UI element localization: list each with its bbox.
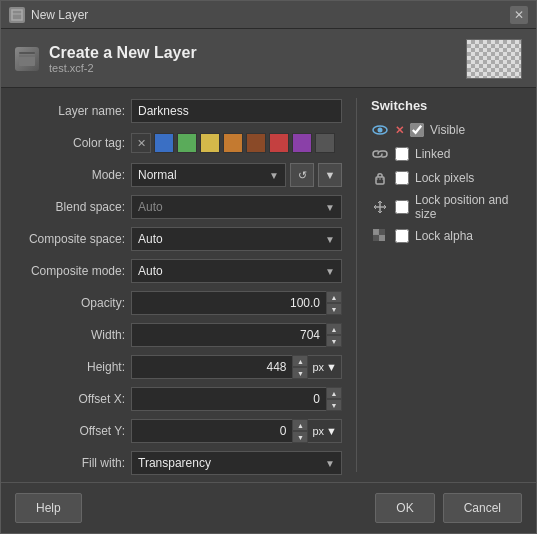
cancel-button[interactable]: Cancel — [443, 493, 522, 523]
help-button[interactable]: Help — [15, 493, 82, 523]
lock-pixels-checkbox[interactable] — [395, 171, 409, 185]
eye-icon — [371, 121, 389, 139]
create-new-layer-dialog: New Layer ✕ Create a New Layer test.xcf-… — [0, 0, 537, 534]
width-decrement[interactable]: ▼ — [326, 335, 342, 347]
offset-x-spinner-buttons: ▲ ▼ — [326, 387, 342, 411]
switches-title: Switches — [371, 98, 522, 113]
lock-position-checkbox[interactable] — [395, 200, 409, 214]
height-input[interactable] — [131, 355, 292, 379]
mode-reset-button[interactable]: ↺ — [290, 163, 314, 187]
offset-y-spinner-buttons: ▲ ▼ — [292, 419, 308, 443]
linked-label: Linked — [415, 147, 450, 161]
color-swatches: ✕ — [131, 133, 342, 153]
mode-control: Normal ▼ ↺ ▼ — [131, 163, 342, 187]
swatch-blue[interactable] — [154, 133, 174, 153]
title-bar: New Layer ✕ — [1, 1, 536, 29]
lock-alpha-label: Lock alpha — [415, 229, 473, 243]
layer-name-input[interactable] — [131, 99, 342, 123]
mode-dropdown[interactable]: Normal ▼ — [131, 163, 286, 187]
svg-rect-23 — [373, 235, 379, 241]
width-increment[interactable]: ▲ — [326, 323, 342, 335]
opacity-input[interactable] — [131, 291, 326, 315]
composite-space-dropdown[interactable]: Auto ▼ — [131, 227, 342, 251]
mode-row: Mode: Normal ▼ ↺ ▼ — [15, 162, 342, 188]
height-decrement[interactable]: ▼ — [292, 367, 308, 379]
action-buttons: OK Cancel — [375, 493, 522, 523]
switch-linked: Linked — [371, 145, 522, 163]
mode-extra-button[interactable]: ▼ — [318, 163, 342, 187]
switch-visible: ✕ Visible — [371, 121, 522, 139]
color-tag-row: Color tag: ✕ — [15, 130, 342, 156]
svg-rect-25 — [374, 230, 378, 234]
fill-with-control: Transparency ▼ — [131, 451, 342, 475]
height-unit-dropdown[interactable]: px ▼ — [308, 355, 342, 379]
width-input[interactable] — [131, 323, 326, 347]
swatch-yellow[interactable] — [200, 133, 220, 153]
svg-point-8 — [376, 178, 378, 180]
opacity-control: ▲ ▼ — [131, 291, 342, 315]
swatch-brown[interactable] — [246, 133, 266, 153]
ok-button[interactable]: OK — [375, 493, 434, 523]
offset-y-increment[interactable]: ▲ — [292, 419, 308, 431]
width-label: Width: — [15, 328, 125, 342]
offset-y-input[interactable] — [131, 419, 292, 443]
fill-with-label: Fill with: — [15, 456, 125, 470]
offset-y-unit-dropdown[interactable]: px ▼ — [308, 419, 342, 443]
mode-dropdown-arrow: ▼ — [269, 170, 279, 181]
fill-with-row: Fill with: Transparency ▼ — [15, 450, 342, 476]
height-spinner: ▲ ▼ — [131, 355, 308, 379]
opacity-increment[interactable]: ▲ — [326, 291, 342, 303]
offset-y-decrement[interactable]: ▼ — [292, 431, 308, 443]
svg-rect-3 — [19, 52, 35, 54]
offset-x-control: ▲ ▼ — [131, 387, 342, 411]
blend-space-dropdown[interactable]: Auto ▼ — [131, 195, 342, 219]
linked-checkbox[interactable] — [395, 147, 409, 161]
width-spinner: ▲ ▼ — [131, 323, 342, 347]
svg-point-10 — [382, 178, 384, 180]
fill-with-dropdown[interactable]: Transparency ▼ — [131, 451, 342, 475]
lock-position-icon — [371, 198, 389, 216]
opacity-row: Opacity: ▲ ▼ — [15, 290, 342, 316]
layer-name-label: Layer name: — [15, 104, 125, 118]
switch-lock-position: Lock position and size — [371, 193, 522, 221]
blend-space-row: Blend space: Auto ▼ — [15, 194, 342, 220]
close-button[interactable]: ✕ — [510, 6, 528, 24]
composite-mode-arrow: ▼ — [325, 266, 335, 277]
lock-alpha-icon — [371, 227, 389, 245]
visible-x-mark: ✕ — [395, 124, 404, 137]
title-text: New Layer — [31, 8, 88, 22]
lock-alpha-checkbox[interactable] — [395, 229, 409, 243]
lock-position-label: Lock position and size — [415, 193, 522, 221]
fill-with-value: Transparency — [138, 456, 211, 470]
height-increment[interactable]: ▲ — [292, 355, 308, 367]
header-main-title: Create a New Layer — [49, 44, 197, 62]
composite-mode-control: Auto ▼ — [131, 259, 342, 283]
offset-x-decrement[interactable]: ▼ — [326, 399, 342, 411]
offset-x-increment[interactable]: ▲ — [326, 387, 342, 399]
dialog-header: Create a New Layer test.xcf-2 — [1, 29, 536, 88]
composite-mode-row: Composite mode: Auto ▼ — [15, 258, 342, 284]
swatch-gray[interactable] — [315, 133, 335, 153]
composite-mode-label: Composite mode: — [15, 264, 125, 278]
header-title-area: Create a New Layer test.xcf-2 — [15, 44, 197, 74]
layer-name-control — [131, 99, 342, 123]
offset-x-spinner: ▲ ▼ — [131, 387, 342, 411]
visible-checkbox[interactable] — [410, 123, 424, 137]
blend-space-arrow: ▼ — [325, 202, 335, 213]
height-unit-value: px — [312, 361, 324, 373]
swatch-none[interactable]: ✕ — [131, 133, 151, 153]
offset-x-input[interactable] — [131, 387, 326, 411]
offset-y-row: Offset Y: ▲ ▼ px ▼ — [15, 418, 342, 444]
dialog-icon — [9, 7, 25, 23]
layer-preview — [466, 39, 522, 79]
opacity-decrement[interactable]: ▼ — [326, 303, 342, 315]
opacity-spinner-buttons: ▲ ▼ — [326, 291, 342, 315]
swatch-red[interactable] — [269, 133, 289, 153]
composite-space-value: Auto — [138, 232, 163, 246]
swatch-orange[interactable] — [223, 133, 243, 153]
swatch-purple[interactable] — [292, 133, 312, 153]
height-control: ▲ ▼ px ▼ — [131, 355, 342, 379]
composite-space-arrow: ▼ — [325, 234, 335, 245]
composite-mode-dropdown[interactable]: Auto ▼ — [131, 259, 342, 283]
swatch-green[interactable] — [177, 133, 197, 153]
